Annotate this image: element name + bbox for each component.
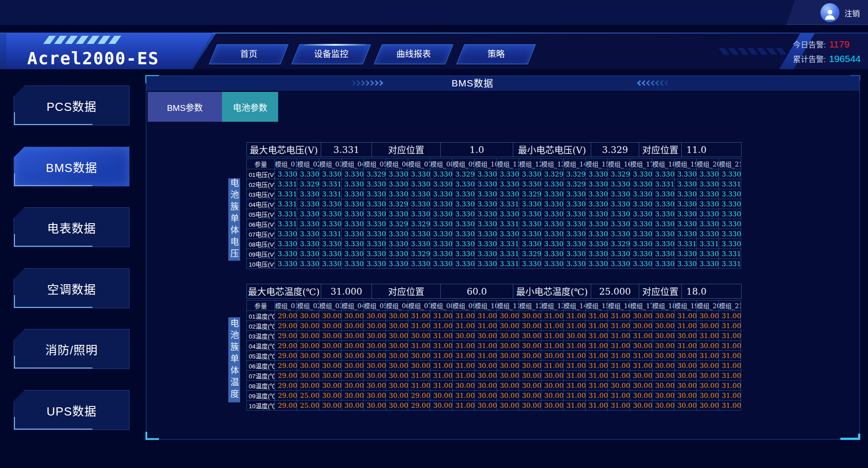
cell-value: 3.330 [519, 239, 541, 249]
cell-value: 31.000 [608, 361, 630, 371]
cell-value: 31.000 [586, 321, 608, 331]
cell-value: 3.329 [608, 239, 630, 249]
cell-value: 3.331 [497, 219, 519, 229]
sidebar-item-fire-lighting[interactable]: 消防/照明 [14, 329, 130, 369]
sidebar-item-ups-data[interactable]: UPS数据 [14, 390, 130, 430]
cell-value: 30.000 [519, 401, 541, 411]
param-header: 参量 [247, 301, 275, 311]
tab-battery-params[interactable]: 电池参数 [222, 92, 278, 122]
cell-value: 30.000 [697, 401, 719, 411]
cell-value: 3.330 [364, 249, 386, 259]
cell-value: 30.000 [497, 341, 519, 351]
sidebar-item-meter-data[interactable]: 电表数据 [14, 207, 130, 247]
cell-value: 3.330 [497, 179, 519, 189]
cell-value: 31.000 [564, 361, 586, 371]
cell-value: 3.330 [342, 169, 364, 179]
sidebar-item-pcs-data[interactable]: PCS数据 [14, 86, 130, 125]
cell-value: 30.000 [408, 351, 430, 361]
panel-corner-bottom-right [840, 434, 860, 440]
cell-value: 31.000 [608, 341, 630, 351]
nav-tab-curve-report[interactable]: 曲线报表 [374, 44, 453, 64]
cell-value: 29.000 [275, 361, 297, 371]
cell-value: 3.330 [697, 179, 719, 189]
cell-value: 30.000 [342, 321, 364, 331]
module-header: 模组_07 [408, 159, 430, 169]
cell-value: 3.330 [453, 209, 475, 219]
cell-value: 3.330 [430, 199, 453, 209]
cell-value: 3.330 [586, 219, 608, 229]
cell-value: 31.000 [675, 311, 697, 321]
cell-value: 3.330 [564, 229, 586, 239]
sidebar-item-hvac-data[interactable]: 空调数据 [14, 268, 130, 308]
row-label: 06电压(V) [247, 219, 275, 229]
module-header: 模组_12 [519, 301, 541, 311]
nav-tab-strategy[interactable]: 策略 [456, 44, 536, 64]
cell-value: 30.000 [475, 401, 497, 411]
cell-value: 30.000 [675, 381, 697, 391]
cell-value: 3.331 [497, 199, 519, 209]
cell-value: 31.000 [475, 311, 497, 321]
cell-value: 31.000 [586, 371, 608, 381]
cell-value: 30.000 [652, 361, 675, 371]
cell-value: 3.330 [386, 179, 408, 189]
cell-value: 3.330 [519, 219, 541, 229]
cell-value: 30.000 [652, 401, 675, 411]
cell-value: 31.000 [719, 371, 741, 381]
cell-value: 30.000 [519, 351, 541, 361]
cell-value: 31.000 [608, 401, 630, 411]
cell-value: 30.000 [386, 331, 408, 341]
cell-value: 31.000 [541, 361, 564, 371]
cell-value: 31.000 [586, 311, 608, 321]
sidebar-item-label: 电表数据 [47, 219, 96, 236]
cell-value: 3.330 [408, 259, 430, 269]
cell-value: 30.000 [386, 391, 408, 401]
cell-value: 30.000 [697, 371, 719, 381]
cell-value: 31.000 [541, 321, 564, 331]
cell-value: 3.330 [719, 169, 741, 179]
row-label: 02温度(℃) [247, 321, 275, 331]
nav-tab-home[interactable]: 首页 [209, 44, 289, 64]
cell-value: 3.330 [675, 199, 697, 209]
cell-value: 31.000 [697, 331, 719, 341]
cell-value: 3.330 [275, 169, 297, 179]
cell-value: 30.000 [364, 361, 386, 371]
module-header: 模组_11 [497, 301, 519, 311]
cell-value: 30.000 [675, 351, 697, 361]
summary-label: 对应位置 [372, 284, 441, 299]
cell-value: 30.000 [342, 391, 364, 401]
tab-bms-params[interactable]: BMS参数 [148, 92, 222, 122]
cell-value: 30.000 [697, 341, 719, 351]
module-header: 模组_15 [586, 301, 608, 311]
cell-value: 31.000 [586, 391, 608, 401]
cell-value: 31.000 [630, 331, 652, 341]
cell-value: 3.330 [342, 239, 364, 249]
cell-value: 31.000 [719, 381, 741, 391]
cell-value: 3.330 [652, 199, 675, 209]
cell-value: 30.000 [364, 391, 386, 401]
cell-value: 3.330 [564, 209, 586, 219]
cell-value: 3.330 [475, 169, 497, 179]
cell-value: 30.000 [652, 311, 675, 321]
cell-value: 3.330 [675, 219, 697, 229]
nav-tab-device-monitor[interactable]: 设备监控 [291, 44, 371, 64]
user-avatar-icon[interactable] [820, 3, 839, 22]
cell-value: 31.000 [408, 311, 430, 321]
sidebar-item-bms-data[interactable]: BMS数据 [14, 147, 130, 186]
cell-value: 3.330 [541, 249, 564, 259]
cell-value: 31.000 [630, 361, 652, 371]
cell-value: 31.000 [564, 311, 586, 321]
cell-value: 3.330 [475, 219, 497, 229]
row-label: 01电压(V) [247, 169, 275, 179]
cell-value: 3.330 [630, 229, 652, 239]
cell-value: 30.000 [630, 311, 652, 321]
cell-value: 3.330 [697, 219, 719, 229]
cell-value: 3.330 [497, 229, 519, 239]
param-header: 参量 [247, 159, 275, 169]
cluster-cell-temperature-label: 电池簇单体温度 [228, 317, 240, 402]
cell-value: 3.330 [453, 199, 475, 209]
cell-value: 3.330 [364, 189, 386, 199]
logout-button[interactable]: 注销 [844, 7, 860, 19]
cell-value: 31.000 [453, 351, 475, 361]
cell-value: 3.330 [475, 199, 497, 209]
cell-value: 3.330 [497, 189, 519, 199]
